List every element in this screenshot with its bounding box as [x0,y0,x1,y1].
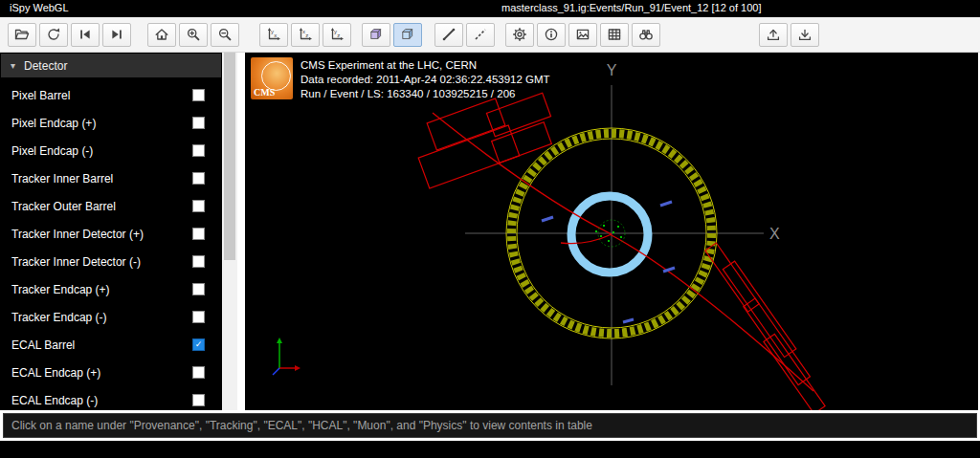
titlebar: iSpy WebGL masterclass_91.ig:Events/Run_… [0,0,980,17]
bottom-strip [0,441,980,458]
detector-section-header[interactable]: ▾ Detector [1,54,221,77]
orthographic-view-button[interactable] [393,23,422,47]
item-label: Pixel Endcap (+) [11,117,192,130]
app-title: iSpy WebGL [10,2,69,13]
svg-text:x: x [274,33,277,38]
dashed-line-tool-button[interactable] [466,23,495,47]
view-xy-button[interactable]: yx [259,23,288,47]
previous-event-icon [78,27,93,42]
item-label: Tracker Endcap (+) [11,283,192,296]
svg-text:z: z [337,33,340,38]
event-info-line-1: CMS Experiment at the LHC, CERN [301,58,550,73]
sidebar-item-pixel-endcap-plus[interactable]: Pixel Endcap (+) [0,109,222,137]
sidebar-item-tracker-endcap-plus[interactable]: Tracker Endcap (+) [0,275,222,303]
download-button[interactable] [791,23,819,47]
axis-label-y: Y [607,62,617,78]
checkbox[interactable] [192,228,205,240]
scrollbar-thumb[interactable] [224,53,235,260]
item-label: Tracker Inner Barrel [11,172,192,185]
sidebar-scrollbar[interactable] [222,53,237,410]
checkbox[interactable] [192,394,205,406]
status-message: Click on a name under "Provenance", "Tra… [11,419,592,432]
next-event-button[interactable] [102,23,131,47]
event-info-line-2: Data recorded: 2011-Apr-24 02:36:22.4539… [301,73,550,87]
sidebar-item-pixel-barrel[interactable]: Pixel Barrel [0,81,222,109]
sidebar-item-ecal-barrel[interactable]: ECAL Barrel✓ [0,331,222,359]
event-path: masterclass_91.ig:Events/Run_91/Event_12… [501,2,762,13]
item-label: Tracker Inner Detector (+) [11,228,192,241]
red-tracks[interactable] [433,113,813,391]
zoom-out-button[interactable] [211,23,239,47]
upload-icon [766,27,781,42]
ispy-webgl-app: iSpy WebGL masterclass_91.ig:Events/Run_… [0,0,980,458]
previous-event-button[interactable] [71,23,100,47]
event-viewer[interactable]: Y X [245,53,978,410]
open-file-icon [14,27,30,42]
checkbox[interactable] [192,255,205,268]
sidebar-item-tracker-inner-detector-plus[interactable]: Tracker Inner Detector (+) [0,220,222,248]
checkbox[interactable]: ✓ [192,338,205,351]
next-event-icon [109,27,124,42]
zoom-in-button[interactable] [179,23,208,47]
checkbox[interactable] [192,311,205,323]
view-xz-button[interactable]: xz [291,23,320,47]
sidebar-item-pixel-endcap-minus[interactable]: Pixel Endcap (-) [0,137,222,164]
view-xy-icon: yx [266,27,281,42]
image-icon [575,27,590,42]
cms-logo: CMS [251,57,293,99]
gear-icon [512,27,527,42]
download-icon [797,27,813,42]
checkbox[interactable] [192,366,205,379]
main-content: ▾ Detector Pixel Barrel Pixel Endcap (+)… [0,53,980,410]
binoculars-icon [638,27,654,42]
item-label: Tracker Inner Detector (-) [11,255,192,269]
origin-axes-gizmo [273,338,301,375]
item-label: ECAL Endcap (-) [11,394,192,407]
sidebar-item-tracker-outer-barrel[interactable]: Tracker Outer Barrel [0,192,222,220]
perspective-view-button[interactable] [362,23,390,47]
screenshot-button[interactable] [568,23,597,47]
item-label: Tracker Endcap (-) [11,311,192,324]
checkbox[interactable] [192,144,205,157]
reload-icon [46,27,61,42]
toolbar: yx xz yz [0,17,980,53]
checkbox[interactable] [192,117,205,129]
sidebar-item-ecal-endcap-plus[interactable]: ECAL Endcap (+) [0,359,222,386]
settings-button[interactable] [505,23,534,47]
info-icon [544,27,559,42]
item-label: ECAL Barrel [11,338,192,352]
reload-button[interactable] [39,23,68,47]
detector-sidebar: ▾ Detector Pixel Barrel Pixel Endcap (+)… [0,53,237,410]
zoom-out-icon [217,27,233,42]
table-icon [607,27,622,42]
view-yz-icon: yz [329,27,345,42]
item-label: Pixel Barrel [11,89,192,102]
orthographic-cube-icon [400,27,415,42]
event-info: CMS Experiment at the LHC, CERN Data rec… [301,58,550,101]
open-file-button[interactable] [8,23,36,47]
checkbox[interactable] [192,89,205,101]
zoom-in-icon [186,27,201,42]
checkbox[interactable] [192,200,205,212]
sidebar-item-tracker-endcap-minus[interactable]: Tracker Endcap (-) [0,303,222,331]
chevron-down-icon: ▾ [11,60,15,71]
axis-label-x: X [769,226,780,242]
sidebar-item-tracker-inner-detector-minus[interactable]: Tracker Inner Detector (-) [0,248,222,275]
sidebar-item-ecal-endcap-minus[interactable]: ECAL Endcap (-) [0,386,222,410]
home-view-button[interactable] [147,23,176,47]
item-label: Tracker Outer Barrel [11,200,192,213]
line-tool-button[interactable] [434,23,463,47]
perspective-cube-icon [368,27,384,42]
sidebar-item-tracker-inner-barrel[interactable]: Tracker Inner Barrel [0,164,222,192]
table-view-button[interactable] [600,23,629,47]
view-yz-button[interactable]: yz [323,23,351,47]
event-display-canvas[interactable]: Y X [245,53,978,410]
checkbox[interactable] [192,283,205,295]
upload-button[interactable] [759,23,788,47]
home-icon [154,27,169,42]
detector-section-label: Detector [24,59,67,73]
search-button[interactable] [632,23,660,47]
info-button[interactable] [537,23,566,47]
dashed-line-icon [473,27,488,42]
checkbox[interactable] [192,172,205,185]
